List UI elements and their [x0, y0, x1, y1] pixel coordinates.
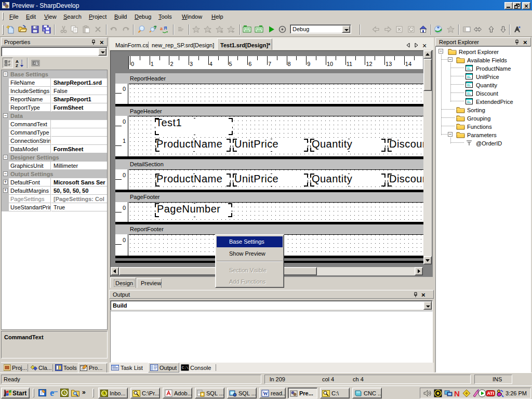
- svg-text:C:\: C:\: [182, 366, 189, 370]
- svg-text:N: N: [454, 389, 460, 397]
- svg-text:Я: Я: [164, 25, 167, 31]
- svg-text:Z: Z: [16, 63, 18, 68]
- svg-text:a: a: [160, 26, 163, 31]
- svg-text:W: W: [263, 391, 268, 396]
- svg-text:ATI: ATI: [487, 391, 495, 396]
